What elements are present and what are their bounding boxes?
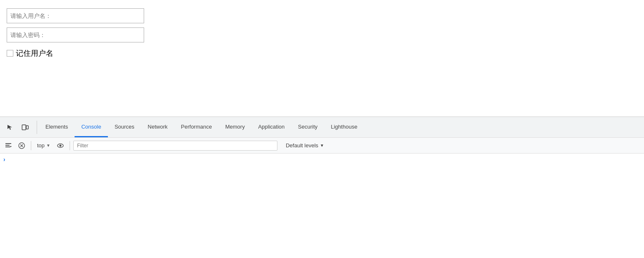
devtools-toolbar: Elements Console Sources Network Perform…	[0, 117, 644, 138]
remember-row: 记住用户名	[7, 48, 637, 58]
live-expressions-button[interactable]	[55, 140, 66, 151]
console-content: ›	[0, 154, 644, 258]
console-divider-1	[31, 141, 31, 150]
default-levels-button[interactable]: Default levels ▼	[282, 141, 327, 150]
tab-sources[interactable]: Sources	[108, 117, 141, 137]
context-selector[interactable]: top ▼	[35, 141, 53, 149]
tab-application[interactable]: Application	[252, 117, 292, 137]
context-arrow-icon: ▼	[46, 143, 50, 148]
default-levels-arrow-icon: ▼	[320, 143, 324, 148]
svg-rect-1	[26, 126, 28, 129]
tab-elements[interactable]: Elements	[39, 117, 75, 137]
devtools-tabs: Elements Console Sources Network Perform…	[39, 117, 641, 137]
console-prompt-row: ›	[3, 155, 641, 164]
page-content: 记住用户名	[0, 0, 644, 117]
tab-memory[interactable]: Memory	[219, 117, 252, 137]
svg-rect-2	[5, 143, 11, 144]
devtools-icons	[3, 121, 37, 134]
password-input[interactable]	[7, 27, 144, 42]
stop-recording-button[interactable]	[16, 140, 27, 151]
console-chevron-icon: ›	[3, 156, 5, 163]
clear-console-button[interactable]	[2, 140, 14, 151]
svg-rect-4	[5, 146, 10, 147]
inspect-element-button[interactable]	[3, 121, 17, 134]
tab-console[interactable]: Console	[75, 117, 108, 137]
svg-rect-0	[22, 125, 26, 130]
context-label: top	[37, 142, 45, 149]
username-input[interactable]	[7, 8, 144, 23]
filter-input[interactable]	[73, 141, 277, 151]
tab-network[interactable]: Network	[141, 117, 175, 137]
remember-label: 记住用户名	[16, 48, 53, 58]
tab-performance[interactable]: Performance	[174, 117, 218, 137]
svg-rect-3	[5, 145, 10, 146]
svg-point-10	[59, 144, 61, 146]
svg-marker-5	[10, 146, 12, 147]
console-toolbar: top ▼ Default levels ▼	[0, 138, 644, 154]
filter-divider	[70, 141, 70, 150]
tab-lighthouse[interactable]: Lighthouse	[324, 117, 364, 137]
remember-checkbox[interactable]	[7, 50, 13, 57]
default-levels-label: Default levels	[286, 142, 318, 149]
device-toolbar-button[interactable]	[18, 121, 32, 134]
devtools-panel: Elements Console Sources Network Perform…	[0, 117, 644, 258]
tab-security[interactable]: Security	[291, 117, 324, 137]
